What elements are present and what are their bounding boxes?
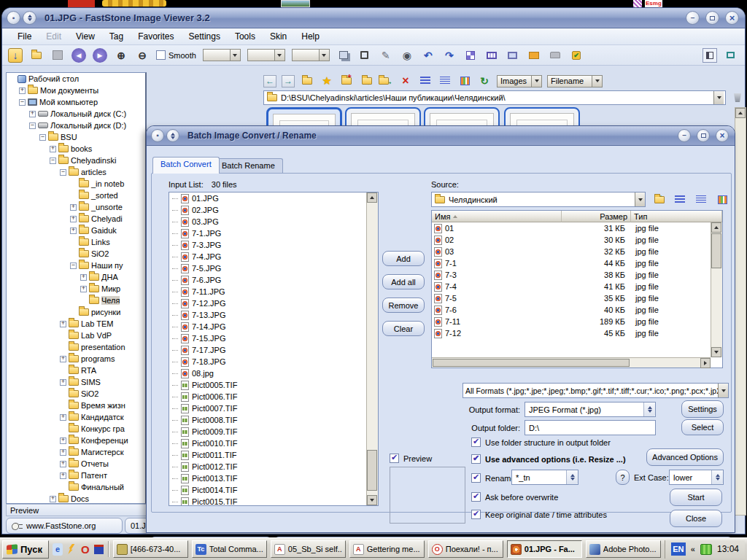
height-combo[interactable]: [292, 49, 330, 61]
input-list-item[interactable]: Pict0006.TIF: [169, 391, 366, 402]
ask-overwrite-option[interactable]: Ask before overwrite: [471, 492, 558, 502]
tree-item[interactable]: −Chelyadinski: [7, 155, 145, 166]
taskbar-button[interactable]: A05_Sb_Si self...: [271, 540, 346, 558]
taskbar-button[interactable]: TcTotal Comma...: [192, 540, 267, 558]
column-header-name[interactable]: Имя: [432, 211, 562, 222]
add-all-button[interactable]: Add all: [382, 274, 425, 289]
input-list-item[interactable]: 7-3.JPG: [169, 239, 366, 251]
table-scrollbar[interactable]: [711, 222, 722, 357]
tree-expander-icon[interactable]: −: [39, 134, 46, 141]
language-indicator[interactable]: EN: [671, 542, 686, 556]
output-folder-input[interactable]: D:\: [525, 420, 656, 435]
tree-expander-icon[interactable]: −: [19, 99, 26, 106]
taskbar-button[interactable]: AGettering me...: [349, 540, 425, 558]
tree-item[interactable]: RTA: [7, 365, 145, 376]
input-list-item[interactable]: 7-15.JPG: [169, 332, 366, 344]
input-list-item[interactable]: Pict0013.TIF: [169, 472, 366, 484]
address-combo[interactable]: D:\BSU\Chelyadinski\articles\Наши публик…: [263, 90, 726, 105]
format-filter-arrow-icon[interactable]: [718, 384, 728, 397]
tree-item[interactable]: Рабочий стол: [7, 73, 145, 85]
dialog-close-button-bottom[interactable]: Close: [670, 510, 722, 527]
table-row[interactable]: 7-441 КБjpg file: [432, 281, 722, 292]
tree-expander-icon[interactable]: +: [60, 449, 66, 456]
help-button[interactable]: ?: [616, 470, 630, 485]
email-button[interactable]: [527, 48, 541, 63]
input-list-item[interactable]: 7-1.JPG: [169, 228, 366, 239]
add-button[interactable]: Add: [382, 251, 425, 266]
thumb-scroll-up-icon[interactable]: [735, 108, 746, 118]
draw-button[interactable]: ✎: [379, 48, 393, 63]
tree-item[interactable]: +Gaiduk: [7, 225, 145, 236]
table-row[interactable]: 7-1245 КБjpg file: [432, 327, 722, 339]
restore-button[interactable]: [705, 11, 719, 25]
copy-to-button[interactable]: ↑: [359, 74, 374, 88]
input-list-item[interactable]: 7-5.JPG: [169, 262, 366, 274]
tree-item[interactable]: _in noteb: [7, 178, 145, 190]
folder-structure-option[interactable]: Use folder structure in output folder: [471, 438, 611, 447]
start-button-taskbar[interactable]: Пуск: [2, 540, 49, 559]
favorites-button[interactable]: ★: [320, 74, 334, 88]
menu-skin[interactable]: Skin: [263, 29, 293, 44]
tree-item[interactable]: Челя: [7, 295, 145, 306]
folder-up-button[interactable]: ↑: [651, 192, 666, 207]
input-list-item[interactable]: 7-18.JPG: [169, 356, 366, 368]
zoom-in-button[interactable]: ⊕: [114, 48, 128, 63]
menu-file[interactable]: File: [11, 29, 38, 44]
ask-overwrite-checkbox[interactable]: [471, 492, 481, 502]
select-button[interactable]: Select: [681, 419, 724, 435]
input-list-item[interactable]: Pict0015.TIF: [169, 496, 366, 506]
table-row[interactable]: 0230 КБjpg file: [432, 234, 722, 246]
column-header-size[interactable]: Размер: [562, 211, 631, 222]
tree-expander-icon[interactable]: +: [80, 274, 87, 281]
dialog-close-button[interactable]: ×: [716, 129, 729, 142]
tree-item[interactable]: +Микр: [7, 283, 145, 295]
tree-item[interactable]: +Отчеты: [7, 458, 145, 470]
tree-item[interactable]: +Docs: [7, 493, 145, 504]
tree-item[interactable]: Конкурс гра: [7, 423, 145, 435]
tree-item[interactable]: SiO2: [7, 248, 145, 260]
input-list-item[interactable]: 01.JPG: [169, 192, 366, 204]
open-folder-button[interactable]: [29, 48, 44, 63]
tree-item[interactable]: presentation: [7, 341, 145, 353]
tree-item[interactable]: Время жизн: [7, 400, 145, 411]
input-list-item[interactable]: Pict0005.TIF: [169, 379, 366, 391]
quicklaunch-save-icon[interactable]: [94, 543, 104, 556]
back-button[interactable]: ←: [263, 75, 276, 88]
previous-image-button[interactable]: ◀: [71, 48, 86, 63]
dialog-titlebar[interactable]: ▪ Batch Image Convert / Rename – ×: [147, 126, 735, 146]
quicklaunch-app-icon[interactable]: e: [53, 543, 63, 556]
thumbnails-view-button[interactable]: [457, 74, 472, 88]
rename-pattern-input[interactable]: *_tn: [511, 470, 578, 485]
rename-checkbox[interactable]: [471, 473, 481, 483]
tree-item[interactable]: −BSU: [7, 131, 145, 143]
crop-button[interactable]: [357, 48, 372, 63]
zoom-combo[interactable]: [203, 49, 241, 61]
tree-item[interactable]: +Магистерск: [7, 446, 145, 458]
tab-batch-convert[interactable]: Batch Convert: [152, 157, 220, 174]
move-to-button[interactable]: →: [379, 74, 393, 88]
tree-item[interactable]: +programs: [7, 353, 145, 365]
tree-expander-icon[interactable]: +: [60, 472, 66, 479]
input-list[interactable]: 01.JPG02.JPG03.JPG7-1.JPG7-3.JPG7-4.JPG7…: [169, 192, 379, 506]
menu-help[interactable]: Help: [295, 29, 326, 44]
tree-item[interactable]: Links: [7, 236, 145, 248]
new-folder-button[interactable]: *: [339, 74, 354, 88]
table-row[interactable]: 7-11189 КБjpg file: [432, 316, 722, 327]
tree-item[interactable]: +Локальный диск (C:): [7, 108, 145, 120]
zoom-out-button[interactable]: ⊖: [135, 48, 150, 63]
height-combo-arrow-icon[interactable]: [319, 50, 329, 61]
advanced-options-button[interactable]: Advanced Options: [646, 448, 724, 466]
list-view-button[interactable]: [418, 74, 433, 88]
layout-button[interactable]: [703, 48, 717, 63]
table-row[interactable]: 0131 КБjpg file: [432, 222, 722, 234]
tree-expander-icon[interactable]: +: [70, 204, 77, 211]
refresh-folder-button[interactable]: [300, 74, 314, 88]
tree-item[interactable]: −Локальный диск (D:): [7, 120, 145, 131]
column-header-type[interactable]: Тип: [631, 211, 722, 222]
input-list-item[interactable]: 02.JPG: [169, 204, 366, 216]
tree-item[interactable]: +Кандидатск: [7, 411, 145, 423]
tree-item[interactable]: −Наши пу: [7, 260, 145, 271]
input-list-item[interactable]: Pict0009.TIF: [169, 426, 366, 438]
menu-tag[interactable]: Tag: [103, 29, 130, 44]
input-list-item[interactable]: 7-17.JPG: [169, 344, 366, 356]
